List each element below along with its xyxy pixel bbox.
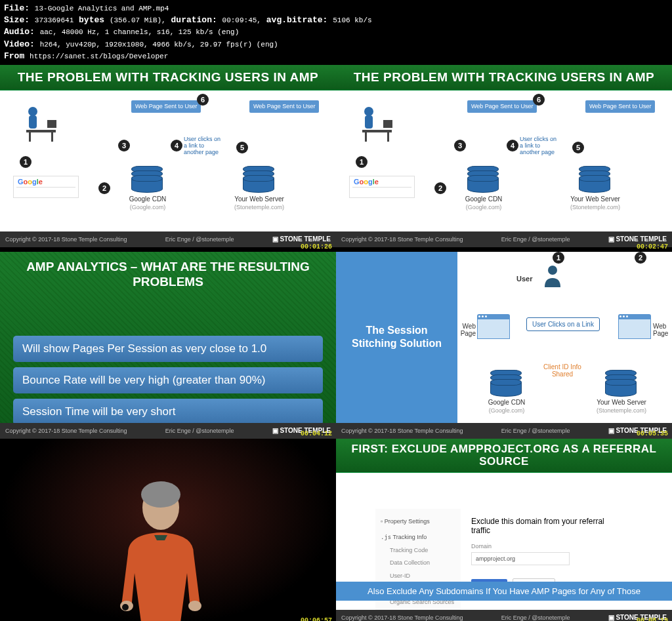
- db-google-cdn: Google CDN(Google.com): [490, 370, 530, 414]
- timestamp: 00:08:19: [637, 617, 668, 621]
- thumb-1: THE PROBLEM WITH TRACKING USERS IN AMP G…: [0, 65, 336, 252]
- step-4: 4: [171, 140, 182, 151]
- session-stitch-diagram: User 1 2 Web Page Web Page User Clicks o…: [457, 252, 672, 423]
- user-icon: [543, 265, 562, 290]
- thumb-4: The Session Stitching Solution User 1 2 …: [336, 252, 672, 439]
- thumb-3: AMP ANALYTICS – WHAT ARE THE RESULTING P…: [0, 252, 336, 439]
- thumb-6: FIRST: EXCLUDE AMPPROJECT.ORG AS A REFER…: [336, 439, 672, 621]
- ga-domain-label: Domain: [471, 543, 622, 550]
- step-5: 5: [236, 142, 248, 153]
- svg-rect-8: [362, 130, 392, 132]
- svg-rect-9: [383, 120, 392, 128]
- step-1: 1: [20, 156, 32, 168]
- svg-rect-1: [29, 115, 37, 129]
- svg-point-12: [548, 266, 557, 275]
- ga-form-title: Exclude this domain from your referral t…: [471, 517, 622, 535]
- timestamp: 00:05:35: [637, 430, 668, 437]
- google-search-box: Google: [13, 176, 79, 198]
- slide-footer: Copyright © 2017-18 Stone Temple Consult…: [0, 231, 336, 247]
- tag-webpage-sent-1: Web Page Sent to User: [131, 100, 201, 113]
- svg-point-17: [122, 604, 129, 611]
- slide-title: AMP ANALYTICS – WHAT ARE THE RESULTING P…: [0, 252, 336, 290]
- bullet-2: Bounce Rate will be very high (greater t…: [13, 367, 323, 393]
- db-your-server: Your Web Server(Stonetemple.com): [605, 370, 651, 414]
- diagram-body: Google Web Page Sent to User Web Page Se…: [0, 90, 336, 231]
- user-clicks-box: User Clicks on a Link: [526, 317, 600, 331]
- tag-webpage-sent-2: Web Page Sent to User: [249, 100, 319, 113]
- ga-domain-input[interactable]: ampproject.org: [471, 552, 570, 565]
- speaker-photo: [0, 439, 336, 621]
- bullet-1: Will show Pages Per Session as very clos…: [13, 336, 323, 362]
- svg-point-14: [141, 481, 180, 508]
- step-6: 6: [197, 94, 209, 106]
- blue-note-bar: Also Exclude Any Subdomains If You Have …: [336, 582, 672, 601]
- svg-rect-10: [365, 132, 367, 142]
- slide-title: THE PROBLEM WITH TRACKING USERS IN AMP: [0, 65, 336, 90]
- slide-title: FIRST: EXCLUDE AMPPROJECT.ORG AS A REFER…: [336, 439, 672, 473]
- svg-rect-2: [26, 130, 56, 132]
- timestamp: 00:02:47: [637, 243, 668, 250]
- speaker-figure: [95, 475, 226, 621]
- step-1: 1: [553, 252, 564, 264]
- client-id-label: Client ID Info Shared: [539, 363, 585, 378]
- webpage-label-left: Web Page: [457, 323, 476, 337]
- svg-rect-3: [47, 120, 56, 128]
- timestamp: 00:01:26: [301, 243, 332, 250]
- user-label: User: [516, 275, 532, 283]
- svg-point-16: [188, 601, 201, 611]
- step-2: 2: [98, 182, 110, 194]
- browser-left: [477, 314, 510, 339]
- browser-right: [618, 314, 651, 339]
- svg-rect-5: [51, 132, 53, 142]
- bullet-3: Session Time will be very short: [13, 399, 323, 425]
- step-2: 2: [635, 252, 646, 264]
- timestamp: 00:06:57: [301, 617, 332, 621]
- svg-rect-7: [365, 115, 373, 129]
- db-your-server: Your Web Server(Stonetemple.com): [243, 166, 289, 211]
- thumbnail-grid: THE PROBLEM WITH TRACKING USERS IN AMP G…: [0, 65, 672, 621]
- svg-point-6: [364, 107, 373, 116]
- media-info-block: File: 13-Google Analytics and AMP.mp4 Si…: [0, 0, 672, 65]
- svg-point-0: [28, 107, 37, 116]
- note-user-clicks: User clicks on a link to another page: [184, 136, 223, 156]
- svg-rect-4: [29, 132, 31, 142]
- svg-rect-11: [387, 132, 389, 142]
- webpage-label-right: Web Page: [653, 323, 672, 337]
- step-3: 3: [118, 140, 130, 151]
- db-google-cdn: Google CDN(Google.com): [131, 166, 171, 211]
- user-at-desk-icon: [20, 104, 66, 146]
- thumb-5: 00:06:57: [0, 439, 336, 621]
- thumb-2: THE PROBLEM WITH TRACKING USERS IN AMP G…: [336, 65, 672, 252]
- left-title: The Session Stitching Solution: [336, 252, 457, 423]
- timestamp: 00:04:12: [301, 430, 332, 437]
